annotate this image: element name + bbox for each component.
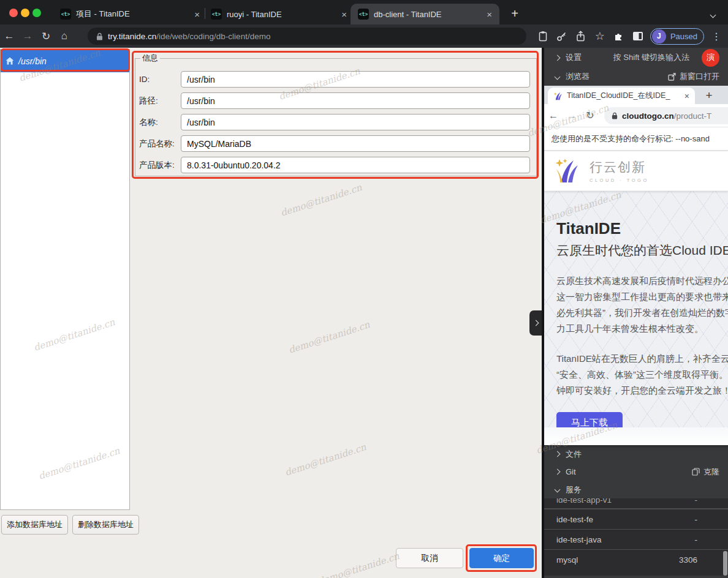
chevron-down-icon (555, 73, 561, 80)
id-label: ID: (139, 75, 181, 84)
hero-title: TitanIDE (556, 219, 728, 238)
cancel-button[interactable]: 取消 (396, 548, 463, 568)
titanide-favicon-icon: <t> (211, 9, 222, 20)
service-row[interactable]: ide-test-fe - (544, 509, 728, 529)
embedded-new-tab-button[interactable]: + (701, 88, 717, 103)
git-label: Git (566, 467, 576, 476)
share-icon[interactable] (574, 31, 588, 42)
id-field[interactable] (181, 71, 530, 88)
files-section-row[interactable]: 文件 (544, 445, 728, 463)
clone-icon (692, 468, 700, 476)
hero-subtitle: 云原生时代您的首选Cloud IDE (556, 242, 728, 259)
url-path: /product-T (674, 111, 712, 121)
ok-button[interactable]: 确定 (469, 548, 534, 568)
path-label: 路径: (139, 96, 181, 107)
path-field[interactable] (181, 92, 530, 109)
reload-icon[interactable]: ↻ (581, 110, 599, 121)
git-section-row[interactable]: Git 克隆 (544, 463, 728, 481)
embedded-tab-title: TitanIDE_CloudIDE_在线IDE_ (567, 91, 680, 101)
back-icon[interactable]: ← (544, 110, 563, 121)
service-row[interactable]: mysql 3306 (544, 549, 728, 569)
product-version-field[interactable] (181, 157, 530, 173)
services-label: 服务 (566, 484, 582, 495)
scrollbar-thumb[interactable] (723, 551, 727, 576)
database-address-item-selected[interactable]: /usr/bin (1, 50, 129, 72)
name-field[interactable] (181, 114, 530, 130)
home-icon (6, 57, 14, 65)
service-port: - (695, 515, 698, 524)
demo-badge[interactable]: 演 (702, 49, 719, 67)
open-new-window-button[interactable]: 新窗口打开 (668, 71, 719, 82)
tab-ruoyi[interactable]: <t> ruoyi - TitanIDE × (211, 4, 347, 24)
add-database-address-button[interactable]: 添加数据库地址 (1, 515, 68, 535)
tab-db-client-active[interactable]: <t> db-client - TitanIDE × (351, 4, 499, 24)
embedded-tab-strip: TitanIDE_CloudIDE_在线IDE_ × + (544, 86, 728, 104)
tab-title: ruoyi - TitanIDE (227, 10, 336, 19)
browser-window: <t> 项目 - TitanIDE × <t> ruoyi - TitanIDE… (0, 0, 728, 578)
settings-label: 设置 (566, 52, 582, 63)
new-window-icon (668, 73, 676, 81)
new-tab-button[interactable]: + (506, 5, 523, 22)
panel-collapse-handle[interactable] (529, 310, 542, 336)
chevron-right-icon (555, 54, 561, 61)
tab-search-chevron-icon[interactable] (711, 9, 715, 20)
hero-paragraph-1: 云原生技术高速发展和后疫情时代远程办公等 这一智力密集型工作提出更高的要求也带来… (556, 273, 728, 337)
close-window-button[interactable] (9, 9, 18, 17)
name-label: 名称: (139, 117, 181, 128)
forward-icon[interactable]: → (563, 110, 581, 121)
delete-database-address-button[interactable]: 删除数据库地址 (72, 515, 139, 535)
key-icon[interactable] (555, 31, 569, 42)
back-icon[interactable]: ← (0, 30, 18, 42)
database-address-list: /usr/bin (0, 49, 130, 510)
settings-section-row[interactable]: 设置 按 Shift 键切换输入法 演 (544, 48, 728, 67)
home-icon[interactable]: ⌂ (55, 30, 74, 42)
clipboard-icon[interactable] (536, 31, 550, 42)
chevron-right-icon (555, 451, 561, 457)
browser-section-row[interactable]: 浏览器 新窗口打开 (544, 67, 728, 86)
cloudtogo-logo-subtext: CLOUD · TOGO (590, 178, 649, 183)
bookmark-star-icon[interactable]: ☆ (593, 29, 607, 43)
services-section-row[interactable]: 服务 (544, 481, 728, 498)
embedded-address-bar[interactable]: cloudtogo.cn/product-T (604, 107, 728, 124)
services-list: ide-test-app-v1- ide-test-fe - ide-test-… (544, 498, 728, 576)
menu-kebab-icon[interactable]: ⋮ (710, 31, 723, 42)
titanide-favicon-icon: <t> (358, 9, 369, 20)
db-client-page: /usr/bin 添加数据库地址 删除数据库地址 信息 ID: 路径: 名称: … (0, 48, 542, 578)
lock-icon (96, 32, 103, 40)
tab-title: 项目 - TitanIDE (76, 9, 189, 20)
extensions-puzzle-icon[interactable] (612, 31, 626, 42)
hero-paragraph-2: TitanIDE站在无数巨人的肩膀上，补齐全云端 “安全、高效、体验”这三个维度… (556, 351, 728, 399)
git-clone-button[interactable]: 克隆 (692, 467, 719, 478)
service-port: 3306 (679, 555, 697, 565)
close-tab-icon[interactable]: × (341, 9, 347, 20)
download-now-button[interactable]: 马上下载 (556, 412, 623, 427)
service-row[interactable]: ide-test-java - (544, 529, 728, 549)
product-version-label: 产品版本: (139, 160, 181, 171)
profile-status: Paused (670, 32, 697, 41)
embedded-toolbar: ← → ↻ cloudtogo.cn/product-T (544, 104, 728, 127)
maximize-window-button[interactable] (32, 9, 41, 17)
chevron-down-icon (555, 487, 561, 493)
profile-paused-pill[interactable]: J Paused (650, 28, 704, 45)
embedded-tab[interactable]: TitanIDE_CloudIDE_在线IDE_ × (548, 88, 695, 104)
browser-label: 浏览器 (566, 71, 590, 82)
close-tab-icon[interactable]: × (487, 9, 492, 20)
service-port: - (695, 535, 698, 544)
files-label: 文件 (566, 449, 582, 460)
address-bar[interactable]: try.titanide.cn/ide/web/coding/db-client… (88, 28, 526, 45)
ide-tree-sections: 文件 Git 克隆 服务 (544, 445, 728, 498)
cloudtogo-logo-icon (554, 158, 582, 184)
side-panel-icon[interactable] (631, 31, 645, 41)
close-icon[interactable]: × (684, 91, 689, 101)
reload-icon[interactable]: ↻ (37, 30, 55, 43)
close-tab-icon[interactable]: × (194, 9, 200, 20)
cloudtogo-logo-band: 行云创新 CLOUD · TOGO (544, 151, 728, 191)
browser-toolbar: ← → ↻ ⌂ try.titanide.cn/ide/web/coding/d… (0, 24, 728, 48)
tab-project[interactable]: <t> 项目 - TitanIDE × (60, 4, 200, 24)
forward-icon[interactable]: → (18, 30, 37, 42)
service-row[interactable]: ide-test-app-v1- (544, 498, 728, 509)
product-name-field[interactable] (181, 135, 530, 152)
ide-side-panel: 设置 按 Shift 键切换输入法 演 浏览器 新窗口打开 (542, 48, 728, 578)
tab-strip: <t> 项目 - TitanIDE × <t> ruoyi - TitanIDE… (0, 0, 728, 24)
minimize-window-button[interactable] (21, 9, 29, 17)
